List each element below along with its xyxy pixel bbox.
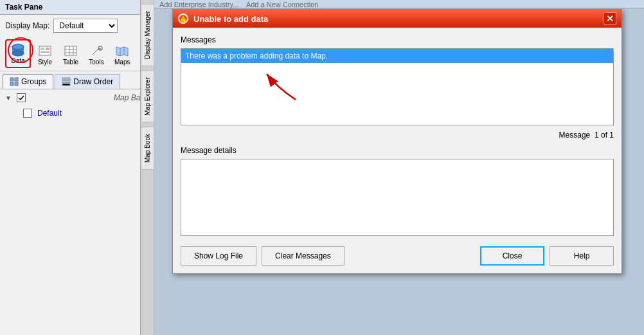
tools-button[interactable]: Tools (85, 42, 108, 68)
svg-point-2 (12, 51, 24, 56)
expand-arrow: ▼ (5, 95, 12, 102)
display-map-row: Display Map: Default (0, 15, 154, 37)
dialog-warning-icon: ! (178, 14, 188, 24)
tab-groups-label: Groups (21, 77, 46, 86)
help-button[interactable]: Help (550, 246, 614, 266)
svg-rect-5 (40, 48, 44, 50)
tab-groups[interactable]: Groups (3, 74, 53, 89)
messages-list[interactable]: There was a problem adding data to Map. (181, 48, 614, 125)
message-details-label: Message details (181, 146, 614, 155)
svg-text:!: ! (183, 17, 184, 21)
svg-rect-21 (62, 78, 70, 80)
message-total: 1 (609, 131, 614, 140)
svg-rect-8 (65, 46, 76, 55)
vtab-map-explorer[interactable]: Map Explorer (141, 70, 154, 122)
svg-rect-17 (10, 78, 13, 81)
tools-icon (89, 44, 104, 59)
dialog-body: Messages There was a problem adding data… (173, 28, 622, 273)
tab-draw-order-label: Draw Order (73, 77, 113, 86)
display-map-label: Display Map: (5, 21, 49, 30)
message-counter: Message 1 of 1 (181, 131, 614, 140)
svg-point-3 (12, 44, 24, 50)
toolbar-icons: Data Style (0, 37, 154, 71)
message-label: Message (559, 131, 591, 140)
default-label: Default (37, 109, 62, 118)
details-section: Message details (181, 146, 614, 236)
display-map-select[interactable]: Default (53, 19, 118, 33)
dialog-close-x-button[interactable]: ✕ (604, 12, 616, 25)
show-log-file-button[interactable]: Show Log File (181, 246, 256, 266)
details-box (181, 159, 614, 236)
clear-messages-button[interactable]: Clear Messages (262, 246, 344, 266)
dialog-titlebar: ! Unable to add data ✕ (173, 10, 622, 28)
task-pane-title: Task Pane (0, 0, 154, 15)
svg-rect-23 (62, 84, 70, 86)
vtab-map-book[interactable]: Map Book (141, 127, 154, 170)
dialog-title: Unable to add data (193, 14, 598, 24)
tab-row: Groups Draw Order (0, 71, 154, 89)
svg-rect-20 (15, 82, 18, 86)
svg-rect-18 (15, 78, 18, 81)
style-button[interactable]: Style (33, 42, 57, 68)
svg-marker-14 (116, 47, 128, 56)
message-item-0[interactable]: There was a problem adding data to Map. (181, 49, 613, 63)
tab-draw-order[interactable]: Draw Order (55, 74, 120, 89)
style-icon (37, 44, 53, 59)
bg-header-text: Add Enterprise Industry... Add a New Con… (159, 1, 318, 8)
map-base-row: ▼ Map Base (0, 89, 154, 106)
vertical-tabs: Display Manager Map Explorer Map Book (140, 0, 154, 335)
groups-icon (10, 77, 19, 86)
task-pane: Task Pane Display Map: Default Data (0, 0, 154, 335)
svg-rect-19 (10, 82, 13, 86)
default-checkbox[interactable] (23, 109, 32, 118)
dialog-unable-to-add-data: ! Unable to add data ✕ Messages There wa… (172, 9, 622, 274)
data-icon (10, 43, 26, 57)
map-base-checkbox[interactable] (17, 93, 26, 102)
svg-rect-7 (40, 51, 49, 53)
svg-rect-22 (62, 81, 70, 83)
table-icon (63, 44, 78, 59)
data-button[interactable]: Data (5, 39, 31, 68)
table-button[interactable]: Table (59, 42, 82, 68)
draw-order-icon (62, 77, 71, 86)
message-current: 1 (595, 131, 599, 140)
maps-icon (114, 44, 130, 59)
message-of: of (601, 131, 607, 140)
default-row: Default (0, 106, 154, 120)
close-button[interactable]: Close (480, 246, 544, 266)
maps-button[interactable]: Maps (111, 42, 134, 68)
messages-label: Messages (181, 35, 614, 44)
vtab-display-manager[interactable]: Display Manager (141, 4, 154, 66)
button-row: Show Log File Clear Messages Close Help (181, 244, 614, 266)
svg-rect-6 (46, 48, 49, 50)
